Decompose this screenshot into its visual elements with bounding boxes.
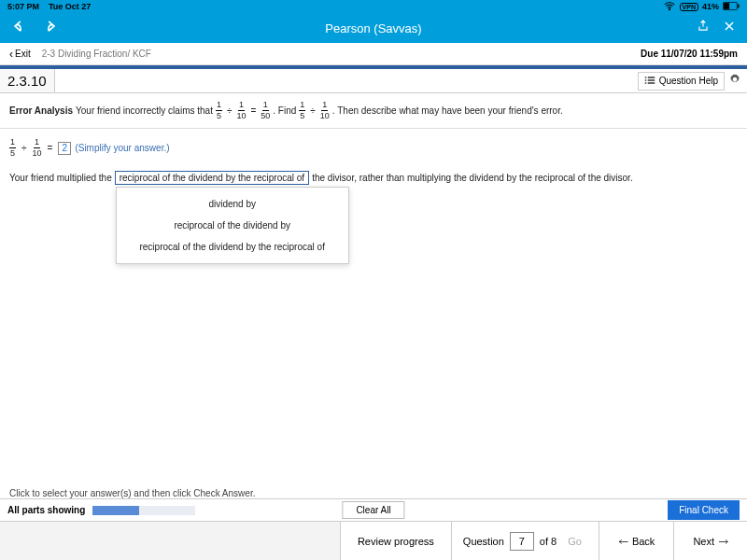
fraction: 110 (33, 138, 42, 158)
close-icon[interactable] (723, 20, 736, 36)
go-button[interactable]: Go (562, 536, 587, 547)
next-label: Next (693, 536, 714, 547)
divider (0, 128, 747, 129)
content-area: Error Analysis Your friend incorrectly c… (0, 93, 747, 192)
dropdown-option[interactable]: reciprocal of the dividend by the recipr… (117, 236, 348, 258)
sentence-post: the divisor, rather than multiplying the… (312, 173, 633, 183)
wifi-icon (663, 0, 676, 14)
equals-op: = (248, 102, 258, 120)
prompt-text-1: Your friend incorrectly claims that (76, 102, 213, 120)
answer-input[interactable]: 2 (58, 142, 71, 155)
exit-button[interactable]: ‹ Exit (9, 48, 31, 61)
answer-line: 15 ÷ 110 = 2 (Simplify your answer.) (9, 138, 738, 158)
question-total: of 8 (540, 536, 557, 547)
dropdown-select[interactable]: reciprocal of the dividend by the recipr… (115, 171, 309, 185)
assignment-title: 2-3 Dividing Fraction/ KCF (42, 49, 151, 59)
question-number: 2.3.10 (0, 69, 55, 92)
question-label: Question (463, 536, 504, 547)
assignment-bar: ‹ Exit 2-3 Dividing Fraction/ KCF Due 11… (0, 43, 747, 65)
sentence-pre: Your friend multiplied the (9, 173, 112, 183)
fraction: 110 (320, 101, 330, 120)
battery-percent: 41% (702, 2, 719, 11)
svg-rect-2 (724, 3, 729, 9)
prompt-text-2: . Find (273, 102, 296, 120)
next-button[interactable]: Next 🡒 (674, 522, 747, 560)
progress-row: All parts showing Clear All Final Check (0, 498, 747, 521)
gear-icon[interactable] (728, 73, 741, 90)
question-help-button[interactable]: Question Help (638, 72, 725, 91)
dropdown-option[interactable]: reciprocal of the dividend by (117, 215, 348, 236)
question-help-label: Question Help (659, 76, 718, 86)
dropdown-selected: reciprocal of the dividend by the recipr… (120, 173, 304, 183)
fraction: 15 (9, 138, 16, 158)
divide-op: ÷ (308, 102, 317, 120)
status-date: Tue Oct 27 (49, 2, 91, 11)
exit-label: Exit (15, 49, 31, 59)
svg-rect-3 (738, 4, 740, 7)
answer-hint: (Simplify your answer.) (75, 143, 169, 153)
question-stepper: Question of 8 Go (452, 522, 599, 560)
forward-arrow-icon[interactable] (43, 19, 58, 37)
question-number-input[interactable] (510, 532, 534, 551)
dropdown-option[interactable]: dividend by (117, 193, 348, 215)
dropdown-list: dividend by reciprocal of the dividend b… (116, 187, 349, 264)
fraction: 15 (216, 101, 222, 120)
app-title: Pearson (Savvas) (325, 21, 421, 35)
progress-bar (92, 506, 195, 515)
list-icon (644, 76, 655, 87)
equals-op: = (46, 143, 55, 153)
instruction-text: Click to select your answer(s) and then … (9, 488, 255, 498)
arrow-left-icon: 🡐 (618, 536, 628, 547)
sentence-answer: Your friend multiplied the reciprocal of… (9, 171, 738, 185)
fraction: 15 (299, 101, 305, 120)
footer-nav: Review progress Question of 8 Go 🡐 Back … (0, 521, 747, 560)
fraction: 110 (236, 101, 246, 120)
clear-all-button[interactable]: Clear All (342, 501, 404, 519)
back-label: Back (632, 536, 655, 547)
back-arrow-icon[interactable] (11, 19, 26, 37)
progress-bar-fill (92, 506, 139, 515)
share-icon[interactable] (697, 20, 710, 36)
status-time: 5:07 PM (7, 2, 39, 11)
device-status-bar: 5:07 PM Tue Oct 27 VPN 41% (0, 0, 747, 13)
due-date: Due 11/07/20 11:59pm (641, 49, 738, 59)
question-header: 2.3.10 Question Help (0, 69, 747, 93)
back-button[interactable]: 🡐 Back (599, 522, 674, 560)
app-header: Pearson (Savvas) (0, 13, 747, 43)
progress-label: All parts showing (7, 505, 85, 515)
fraction: 150 (261, 101, 270, 120)
battery-icon (723, 2, 740, 12)
final-check-button[interactable]: Final Check (668, 500, 740, 520)
divide-op: ÷ (20, 143, 29, 153)
chevron-left-icon: ‹ (9, 48, 13, 61)
prompt: Error Analysis Your friend incorrectly c… (9, 101, 738, 120)
prompt-text-3: . Then describe what may have been your … (332, 102, 563, 120)
vpn-badge: VPN (680, 3, 698, 11)
divide-op: ÷ (225, 102, 234, 120)
svg-point-0 (669, 9, 669, 10)
arrow-right-icon: 🡒 (718, 536, 728, 547)
review-progress-button[interactable]: Review progress (340, 522, 452, 560)
prompt-label: Error Analysis (9, 102, 73, 120)
